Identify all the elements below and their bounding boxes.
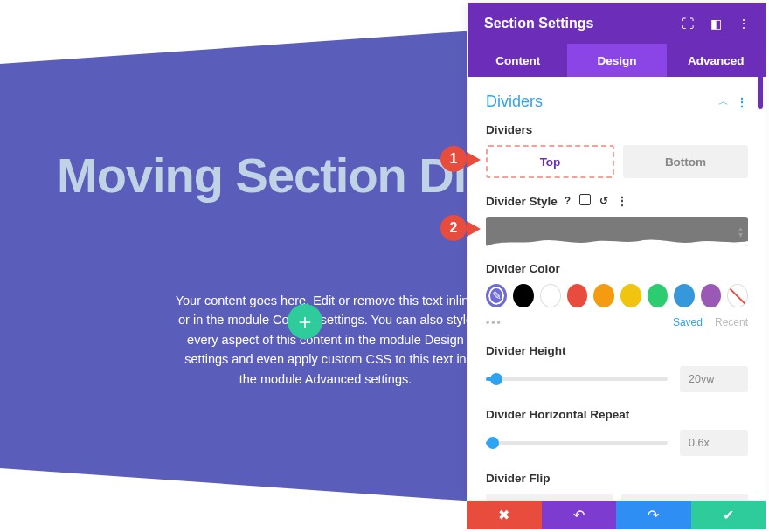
- divider-bottom-shape: [0, 466, 467, 529]
- recent-colors-link[interactable]: Recent: [715, 316, 748, 328]
- section-title: Dividers: [486, 93, 718, 111]
- panel-footer: ✖ ↶ ↷ ✔: [467, 501, 766, 529]
- swatch-green[interactable]: [648, 284, 669, 307]
- panel-tabs: Content Design Advanced: [468, 44, 766, 77]
- snap-icon[interactable]: ◧: [710, 17, 722, 30]
- flip-horizontal-button[interactable]: ▶|◀: [486, 494, 613, 501]
- collapse-icon[interactable]: ︿: [718, 94, 729, 109]
- callout-badge-1: 1: [440, 146, 467, 172]
- section-header-dividers[interactable]: Dividers ︿ ⋮: [486, 93, 748, 111]
- more-colors-icon[interactable]: •••: [486, 316, 502, 328]
- divider-top-shape: [0, 3, 467, 66]
- field-label-color: Divider Color: [486, 262, 748, 275]
- style-preview: [486, 217, 748, 246]
- save-button[interactable]: ✔: [691, 501, 766, 529]
- slider-thumb[interactable]: [487, 437, 499, 449]
- tab-content[interactable]: Content: [468, 44, 567, 77]
- field-label-repeat: Divider Horizontal Repeat: [486, 408, 748, 421]
- settings-panel: Section Settings ⛶ ◧ ⋮ Content Design Ad…: [468, 3, 766, 501]
- slider-thumb[interactable]: [490, 373, 502, 385]
- color-picker-button[interactable]: ✎: [486, 284, 507, 307]
- repeat-input[interactable]: [680, 430, 748, 456]
- responsive-icon[interactable]: [579, 194, 591, 208]
- style-label-text: Divider Style: [486, 195, 558, 208]
- section-more-icon[interactable]: ⋮: [736, 95, 748, 109]
- panel-title: Section Settings: [484, 16, 682, 31]
- swatch-white[interactable]: [540, 284, 561, 307]
- callout-arrow-2: [467, 221, 481, 237]
- field-label-dividers: Dividers: [486, 123, 748, 136]
- hero-body-text: Your content goes here. Edit or remove t…: [175, 291, 467, 389]
- field-label-flip: Divider Flip: [486, 472, 748, 485]
- check-icon: ✔: [723, 507, 734, 523]
- swatch-purple[interactable]: [701, 284, 722, 307]
- panel-body: Dividers ︿ ⋮ Dividers Top Bottom Divider…: [468, 77, 766, 501]
- help-icon[interactable]: ?: [565, 195, 571, 207]
- style-more-icon[interactable]: ⋮: [617, 195, 627, 207]
- select-caret-icon: ▴▾: [738, 225, 743, 238]
- swatch-orange[interactable]: [593, 284, 614, 307]
- callout-arrow-1: [467, 152, 481, 168]
- more-icon[interactable]: ⋮: [738, 17, 750, 30]
- swatch-red[interactable]: [567, 284, 588, 307]
- field-label-height: Divider Height: [486, 344, 748, 357]
- flip-vertical-button[interactable]: ▼▲: [621, 494, 748, 501]
- panel-header: Section Settings ⛶ ◧ ⋮: [468, 3, 766, 44]
- swatch-yellow[interactable]: [620, 284, 641, 307]
- height-slider[interactable]: [486, 377, 668, 381]
- height-input[interactable]: [680, 366, 748, 392]
- reset-icon[interactable]: ↻: [599, 195, 608, 207]
- swatch-none[interactable]: [727, 284, 748, 307]
- undo-button[interactable]: ↶: [542, 501, 617, 529]
- hero-title: Moving Section Dividers: [0, 147, 467, 204]
- divider-position-segment: Top Bottom: [486, 145, 748, 178]
- swatch-blue[interactable]: [674, 284, 695, 307]
- redo-button[interactable]: ↷: [616, 501, 691, 529]
- saved-colors-link[interactable]: Saved: [673, 316, 703, 328]
- wave-icon: [486, 238, 748, 246]
- redo-icon: ↷: [648, 507, 659, 523]
- add-module-button[interactable]: ＋: [288, 304, 322, 339]
- color-swatches: ✎: [486, 284, 748, 307]
- divider-style-select[interactable]: ▴▾: [486, 217, 748, 246]
- eyedropper-icon: ✎: [492, 289, 502, 302]
- segment-top[interactable]: Top: [486, 145, 614, 178]
- repeat-slider[interactable]: [486, 441, 668, 445]
- panel-scrollbar[interactable]: [758, 46, 763, 109]
- close-icon: ✖: [498, 507, 509, 523]
- page-preview: Moving Section Dividers Your content goe…: [0, 3, 467, 529]
- close-button[interactable]: ✖: [467, 501, 542, 529]
- callout-badge-2: 2: [440, 215, 467, 241]
- undo-icon: ↶: [573, 507, 585, 523]
- segment-bottom[interactable]: Bottom: [623, 145, 748, 178]
- swatch-black[interactable]: [513, 284, 534, 307]
- tab-design[interactable]: Design: [567, 44, 666, 77]
- expand-icon[interactable]: ⛶: [682, 17, 694, 30]
- field-label-style: Divider Style ? ↻ ⋮: [486, 194, 748, 208]
- tab-advanced[interactable]: Advanced: [667, 44, 766, 77]
